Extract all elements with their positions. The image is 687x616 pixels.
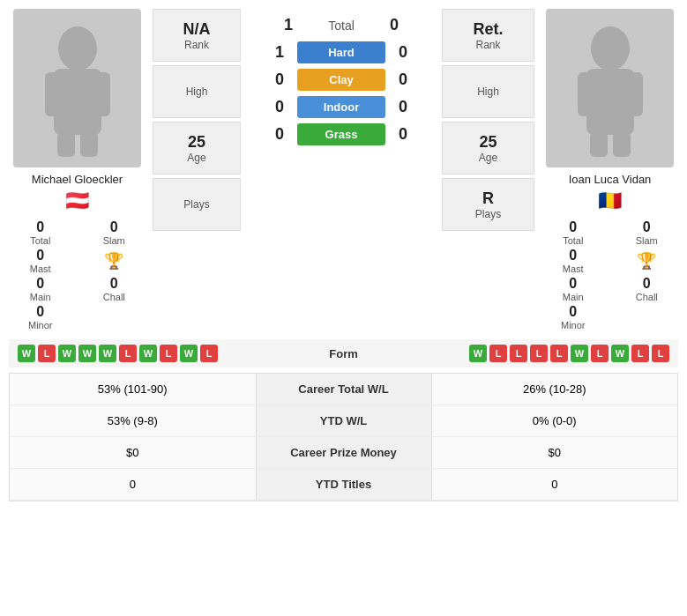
svg-rect-9 [627,72,643,116]
stat-center-label: Career Prize Money [256,437,432,468]
left-main-value: 0 [36,276,44,292]
right-slam-label: Slam [636,235,658,246]
svg-rect-10 [590,132,608,157]
stats-row: $0 Career Prize Money $0 [10,437,677,469]
left-player-silhouette [38,18,117,159]
svg-rect-7 [586,69,634,135]
left-slam-label: Slam [103,235,125,246]
surface-row: 0 Clay 0 [248,69,435,91]
left-rank-box: N/A Rank [153,9,241,62]
left-age-value: 25 [188,133,205,152]
right-high-label: High [477,85,499,98]
form-left: WLWWWLWLWL [18,345,296,362]
left-plays-box: Plays [153,178,241,231]
form-badge: W [571,345,588,362]
surface-row: 0 Grass 0 [248,123,435,145]
right-total-score: 0 [385,16,403,34]
form-badge: L [160,345,177,362]
left-age-box: 25 Age [153,122,241,174]
left-trophy-cell: 🏆 [83,248,146,274]
stat-left-val: 53% (101-90) [10,374,256,404]
left-stats-grid: 0 Total 0 Slam 0 Mast 🏆 0 Main [9,219,146,330]
right-plays-box: R Plays [442,178,534,231]
right-slam-value: 0 [643,219,651,235]
left-total-cell: 0 Total [9,219,72,246]
left-chall-cell: 0 Chall [83,276,146,302]
form-badge: L [530,345,548,362]
left-rank-label: Rank [184,39,209,51]
left-mast-label: Mast [30,263,51,274]
form-badge: L [200,345,218,362]
surface-badge: Clay [297,69,385,91]
right-mast-cell: 0 Mast [541,248,605,274]
right-player-photo [546,9,674,167]
stat-left-val: 53% (9-8) [10,405,256,436]
right-main-value: 0 [569,276,577,292]
stat-right-val: 0% (0-0) [432,405,678,436]
left-minor-cell: 0 Minor [9,304,72,330]
stat-left-val: $0 [10,437,256,468]
center-col: 1 Total 0 1 Hard 0 0 Clay 0 0 Indoor 0 0… [248,9,435,330]
stats-row: 53% (9-8) YTD W/L 0% (0-0) [10,405,677,437]
right-total-label: Total [563,235,583,246]
surface-left-score: 1 [271,43,288,62]
right-minor-cell: 0 Minor [541,304,605,330]
svg-rect-8 [578,72,594,116]
surface-right-score: 0 [394,43,412,62]
right-main-label: Main [563,292,584,302]
form-badge: L [119,345,137,362]
right-rank-label: Rank [475,39,500,51]
right-trophy-cell: 🏆 [616,248,679,274]
top-section: Michael Gloeckler 🇦🇹 0 Total 0 Slam 0 Ma… [0,0,687,330]
left-middle-panel: N/A Rank High 25 Age Plays [153,9,241,330]
surface-right-score: 0 [394,98,412,116]
svg-rect-2 [45,72,61,116]
left-total-value: 0 [36,219,44,235]
stats-row: 0 YTD Titles 0 [10,469,677,501]
total-row: 1 Total 0 [248,9,435,41]
right-mast-label: Mast [563,263,584,274]
right-slam-cell: 0 Slam [616,219,679,246]
surface-badge: Hard [297,41,385,63]
svg-rect-4 [57,132,75,157]
left-total-score: 1 [280,16,297,34]
left-high-label: High [186,85,208,98]
form-badge: W [139,345,157,362]
form-badge: W [469,345,487,362]
right-mast-value: 0 [569,248,577,263]
left-age-label: Age [187,152,205,164]
form-right: WLLLLWLWLL [392,345,670,362]
right-main-cell: 0 Main [541,276,605,302]
surface-rows: 1 Hard 0 0 Clay 0 0 Indoor 0 0 Grass 0 [248,41,435,145]
left-trophy-icon: 🏆 [104,251,123,271]
form-badge: L [550,345,568,362]
form-badge: L [652,345,669,362]
form-badge: L [38,345,56,362]
form-badge: W [180,345,198,362]
left-rank-value: N/A [183,20,211,39]
form-badge: L [510,345,527,362]
surface-right-score: 0 [394,71,412,89]
form-badge: L [489,345,507,362]
right-age-label: Age [479,152,497,164]
stats-row: 53% (101-90) Career Total W/L 26% (10-28… [10,374,677,405]
stats-table: 53% (101-90) Career Total W/L 26% (10-28… [9,373,678,501]
left-total-label: Total [30,235,50,246]
right-rank-value: Ret. [473,20,503,39]
left-player-photo [13,9,141,167]
stat-right-val: 26% (10-28) [432,374,678,404]
total-label: Total [306,19,377,33]
surface-badge: Grass [297,123,385,145]
form-badge: L [591,345,609,362]
right-minor-label: Minor [561,320,586,330]
surface-row: 0 Indoor 0 [248,96,435,118]
svg-rect-3 [94,72,110,116]
stat-left-val: 0 [10,469,256,500]
left-minor-value: 0 [36,304,44,320]
svg-point-0 [58,26,97,71]
surface-left-score: 0 [271,98,288,116]
left-high-box: High [153,65,241,118]
right-high-box: High [442,65,534,118]
right-player-name: Ioan Luca Vidan [569,173,652,186]
svg-rect-11 [613,132,631,157]
